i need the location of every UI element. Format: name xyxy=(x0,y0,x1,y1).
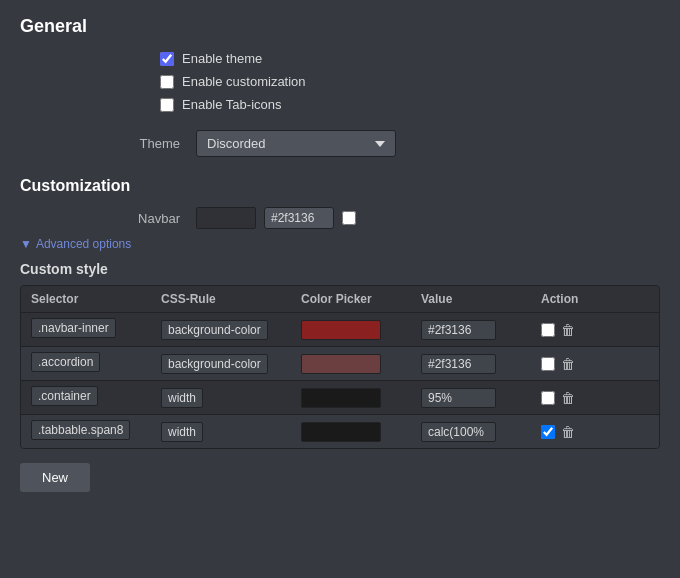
navbar-row: Navbar xyxy=(100,207,660,229)
col-action: Action xyxy=(541,292,621,306)
row3-value: 95% xyxy=(421,388,496,408)
col-value: Value xyxy=(421,292,541,306)
table-header: Selector CSS-Rule Color Picker Value Act… xyxy=(21,286,659,313)
row1-css-rule: background-color xyxy=(161,320,268,340)
row3-delete-icon[interactable]: 🗑 xyxy=(561,390,575,406)
table-row: .tabbable.span8 width calc(100% 🗑 xyxy=(21,415,659,448)
enable-customization-text: Enable customization xyxy=(182,74,306,89)
row4-checkbox[interactable] xyxy=(541,425,555,439)
enable-customization-checkbox[interactable] xyxy=(160,75,174,89)
theme-row: Theme Discorded Default Dark Light xyxy=(100,130,660,157)
row1-checkbox[interactable] xyxy=(541,323,555,337)
custom-style-title: Custom style xyxy=(20,261,660,277)
table-row: .container width 95% 🗑 xyxy=(21,381,659,415)
enable-theme-checkbox[interactable] xyxy=(160,52,174,66)
advanced-options-toggle[interactable]: ▼ Advanced options xyxy=(20,237,660,251)
theme-select[interactable]: Discorded Default Dark Light xyxy=(196,130,396,157)
row1-action: 🗑 xyxy=(541,322,621,338)
enable-tab-icons-label[interactable]: Enable Tab-icons xyxy=(160,97,660,112)
custom-style-section: Custom style Selector CSS-Rule Color Pic… xyxy=(20,261,660,449)
row4-css-rule: width xyxy=(161,422,203,442)
row2-color-picker[interactable] xyxy=(301,354,381,374)
enable-theme-label[interactable]: Enable theme xyxy=(160,51,660,66)
row4-delete-icon[interactable]: 🗑 xyxy=(561,424,575,440)
new-button[interactable]: New xyxy=(20,463,90,492)
advanced-options-label: Advanced options xyxy=(36,237,131,251)
customization-title: Customization xyxy=(20,177,660,195)
theme-label: Theme xyxy=(100,136,180,151)
row4-action: 🗑 xyxy=(541,424,621,440)
col-selector: Selector xyxy=(31,292,161,306)
enable-customization-label[interactable]: Enable customization xyxy=(160,74,660,89)
table-row: .navbar-inner background-color #2f3136 🗑 xyxy=(21,313,659,347)
row4-value: calc(100% xyxy=(421,422,496,442)
row3-css-rule: width xyxy=(161,388,203,408)
enable-tab-icons-checkbox[interactable] xyxy=(160,98,174,112)
advanced-arrow-icon: ▼ xyxy=(20,237,32,251)
row3-color-picker[interactable] xyxy=(301,388,381,408)
row1-selector: .navbar-inner xyxy=(31,318,116,338)
col-color-picker: Color Picker xyxy=(301,292,421,306)
row1-value: #2f3136 xyxy=(421,320,496,340)
row2-value: #2f3136 xyxy=(421,354,496,374)
navbar-color-preview[interactable] xyxy=(196,207,256,229)
general-checkboxes: Enable theme Enable customization Enable… xyxy=(160,51,660,112)
row2-css-rule: background-color xyxy=(161,354,268,374)
enable-tab-icons-text: Enable Tab-icons xyxy=(182,97,282,112)
navbar-label: Navbar xyxy=(100,211,180,226)
row4-selector: .tabbable.span8 xyxy=(31,420,130,440)
enable-theme-text: Enable theme xyxy=(182,51,262,66)
row3-action: 🗑 xyxy=(541,390,621,406)
row2-action: 🗑 xyxy=(541,356,621,372)
row4-color-picker[interactable] xyxy=(301,422,381,442)
custom-style-table: Selector CSS-Rule Color Picker Value Act… xyxy=(20,285,660,449)
navbar-hex-input[interactable] xyxy=(264,207,334,229)
row2-checkbox[interactable] xyxy=(541,357,555,371)
col-css-rule: CSS-Rule xyxy=(161,292,301,306)
row1-delete-icon[interactable]: 🗑 xyxy=(561,322,575,338)
row1-color-picker[interactable] xyxy=(301,320,381,340)
table-row: .accordion background-color #2f3136 🗑 xyxy=(21,347,659,381)
row2-delete-icon[interactable]: 🗑 xyxy=(561,356,575,372)
navbar-checkbox[interactable] xyxy=(342,211,356,225)
row3-checkbox[interactable] xyxy=(541,391,555,405)
row3-selector: .container xyxy=(31,386,98,406)
row2-selector: .accordion xyxy=(31,352,100,372)
general-title: General xyxy=(20,16,660,37)
